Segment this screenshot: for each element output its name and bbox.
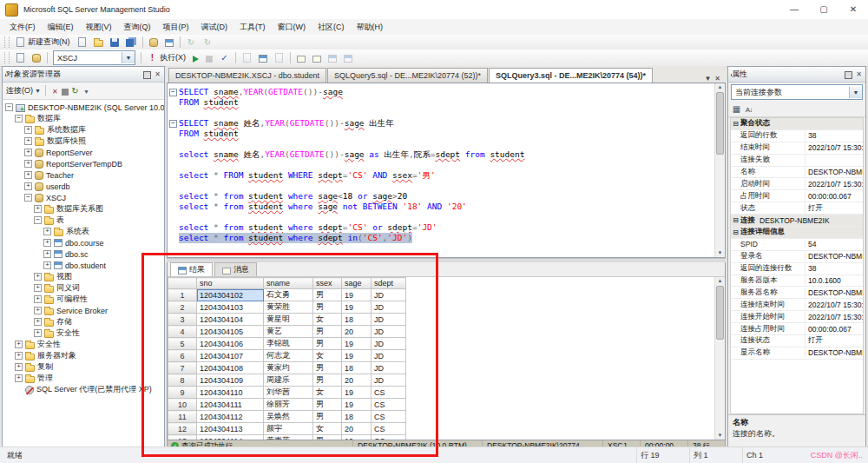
- row-header[interactable]: 12: [168, 423, 197, 435]
- expander-icon[interactable]: +: [15, 341, 23, 348]
- property-row[interactable]: 连接开始时间2022/10/7 15:30:54: [731, 311, 863, 323]
- tab-list-icon[interactable]: ▼: [704, 75, 711, 83]
- save-all-button[interactable]: [122, 36, 140, 49]
- row-header[interactable]: 1: [168, 289, 197, 301]
- tree-item[interactable]: −表: [3, 215, 164, 226]
- tree-item[interactable]: +系统数据库: [3, 124, 164, 136]
- table-cell[interactable]: JD: [372, 301, 406, 314]
- table-cell[interactable]: 女: [313, 314, 342, 326]
- row-header[interactable]: 8: [168, 374, 197, 387]
- row-header[interactable]: 2: [168, 301, 197, 314]
- tree-item[interactable]: +安全性: [3, 327, 164, 339]
- table-cell[interactable]: 男: [313, 338, 342, 350]
- table-cell[interactable]: 黄荣胜: [264, 301, 313, 314]
- property-row[interactable]: 服务器名称DESKTOP-NBME2IK: [731, 287, 863, 299]
- table-cell[interactable]: CS: [372, 411, 406, 423]
- categorized-icon[interactable]: [732, 104, 741, 115]
- column-header[interactable]: sname: [264, 278, 313, 289]
- expander-icon[interactable]: ⊟: [731, 120, 740, 128]
- table-cell[interactable]: CS: [372, 423, 406, 435]
- redo-button[interactable]: [200, 36, 216, 50]
- property-row[interactable]: SPID54: [731, 239, 863, 251]
- property-row[interactable]: 返回的行数38: [731, 130, 863, 142]
- table-cell[interactable]: 何志龙: [264, 350, 313, 362]
- chevron-down-icon[interactable]: ▼: [849, 87, 862, 98]
- row-header[interactable]: 3: [168, 314, 197, 326]
- table-cell[interactable]: 男: [313, 289, 342, 301]
- table-cell[interactable]: 19: [342, 387, 372, 399]
- filter-icon[interactable]: [82, 86, 91, 96]
- execute-button[interactable]: 执行(X): [144, 50, 189, 65]
- table-cell[interactable]: 黄家均: [264, 362, 313, 374]
- expander-icon[interactable]: +: [34, 295, 42, 303]
- tree-item[interactable]: +数据库关系图: [3, 203, 164, 215]
- expander-icon[interactable]: +: [24, 126, 32, 134]
- expander-icon[interactable]: +: [34, 205, 42, 213]
- menu-item[interactable]: 工具(T): [233, 19, 272, 35]
- document-tab[interactable]: DESKTOP-NBME2IK.XSCJ - dbo.student: [168, 68, 326, 83]
- table-cell[interactable]: 19: [342, 435, 372, 440]
- new-query-button[interactable]: 新建查询(N): [12, 35, 74, 50]
- table-cell[interactable]: 1204304102: [197, 289, 264, 301]
- tree-item[interactable]: +同义词: [3, 282, 164, 294]
- table-cell[interactable]: 1204304111: [197, 399, 264, 411]
- tab-results[interactable]: 结果: [170, 262, 213, 276]
- table-cell[interactable]: 周建乐: [264, 374, 313, 387]
- expander-icon[interactable]: +: [43, 261, 51, 269]
- table-cell[interactable]: 1204304108: [197, 362, 264, 374]
- menu-item[interactable]: 文件(F): [3, 19, 42, 35]
- table-cell[interactable]: 1204304109: [197, 374, 264, 387]
- expander-icon[interactable]: +: [24, 171, 32, 179]
- table-cell[interactable]: 19: [342, 338, 372, 350]
- tree-item[interactable]: +userdb: [3, 181, 164, 192]
- tree-item[interactable]: +dbo.sc: [3, 248, 164, 260]
- tree-item[interactable]: +视图: [3, 271, 164, 282]
- column-header[interactable]: ssex: [313, 278, 342, 289]
- tree-item[interactable]: +ReportServer: [3, 147, 164, 158]
- database-combo[interactable]: XSCJ ▼: [53, 50, 135, 65]
- table-cell[interactable]: CS: [372, 399, 406, 411]
- menu-item[interactable]: 查询(Q): [118, 19, 157, 35]
- expander-icon[interactable]: +: [15, 352, 23, 360]
- scroll-up-icon[interactable]: ▲: [718, 83, 723, 91]
- property-row[interactable]: 状态打开: [731, 202, 863, 215]
- property-row[interactable]: 登录名DESKTOP-NBME2IK: [731, 251, 863, 263]
- scroll-up-icon[interactable]: ▲: [718, 277, 723, 285]
- table-cell[interactable]: 男: [313, 362, 342, 374]
- column-header[interactable]: sage: [342, 278, 372, 289]
- pin-icon[interactable]: [845, 71, 852, 79]
- tree-item[interactable]: +数据库快照: [3, 136, 164, 147]
- property-row[interactable]: 名称DESKTOP-NBME2IK: [731, 167, 863, 179]
- menu-item[interactable]: 项目(P): [157, 19, 195, 35]
- table-cell[interactable]: 男: [313, 326, 342, 338]
- table-cell[interactable]: 20: [342, 374, 372, 387]
- table-cell[interactable]: 1204304110: [197, 387, 264, 399]
- uncomment-button[interactable]: [309, 52, 325, 64]
- table-cell[interactable]: CS: [372, 387, 406, 399]
- expander-icon[interactable]: +: [24, 137, 32, 145]
- toolbar-grip[interactable]: [4, 52, 10, 63]
- expander-icon[interactable]: +: [34, 307, 42, 314]
- expander-icon[interactable]: −: [5, 103, 13, 111]
- property-group-row[interactable]: ⊟连接详细信息: [731, 227, 863, 239]
- tab-messages[interactable]: 消息: [214, 262, 257, 276]
- tree-item[interactable]: −XSCJ: [3, 192, 164, 203]
- table-cell[interactable]: 女: [313, 387, 342, 399]
- minimize-button[interactable]: [779, 0, 809, 19]
- disconnect-icon[interactable]: [50, 86, 60, 96]
- expander-icon[interactable]: +: [43, 228, 51, 235]
- table-cell[interactable]: 1204304112: [197, 411, 264, 423]
- close-panel-icon[interactable]: ✕: [856, 70, 862, 78]
- tree-item[interactable]: +安全性: [3, 339, 164, 350]
- property-row[interactable]: 返回的连接行数38: [731, 263, 863, 275]
- property-row[interactable]: 显示名称DESKTOP-NBME2IK: [731, 347, 863, 360]
- menu-item[interactable]: 窗口(W): [272, 19, 312, 35]
- tree-item[interactable]: −数据库: [3, 113, 164, 124]
- close-document-icon[interactable]: ✕: [714, 75, 720, 83]
- row-header[interactable]: 11: [168, 411, 197, 423]
- collapse-icon[interactable]: −: [169, 120, 177, 128]
- column-header[interactable]: sdept: [372, 278, 406, 289]
- tree-item[interactable]: +dbo.student: [3, 260, 164, 271]
- scroll-down-icon[interactable]: ▼: [718, 432, 723, 440]
- table-cell[interactable]: 19: [342, 350, 372, 362]
